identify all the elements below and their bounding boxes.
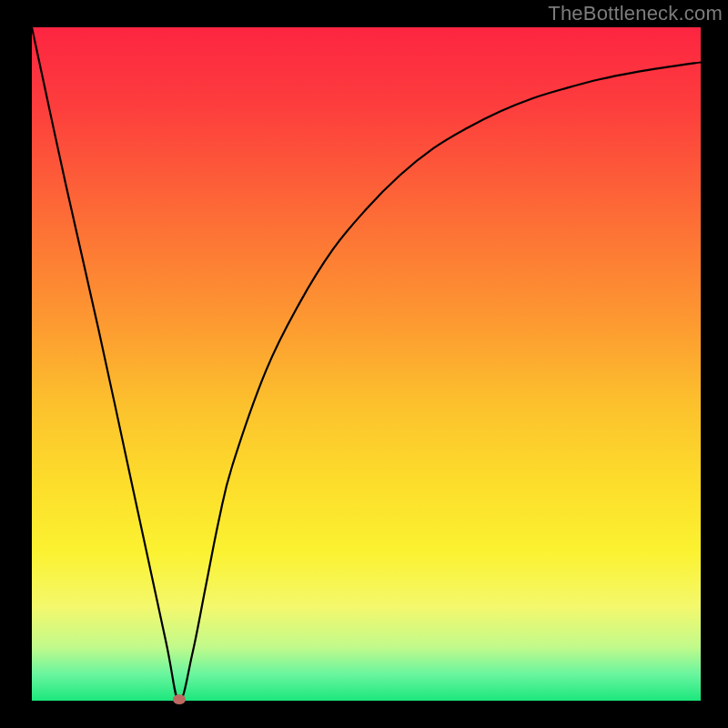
plot-gradient-background xyxy=(32,27,701,701)
site-attribution: TheBottleneck.com xyxy=(548,2,723,25)
chart-frame: TheBottleneck.com xyxy=(0,0,728,728)
